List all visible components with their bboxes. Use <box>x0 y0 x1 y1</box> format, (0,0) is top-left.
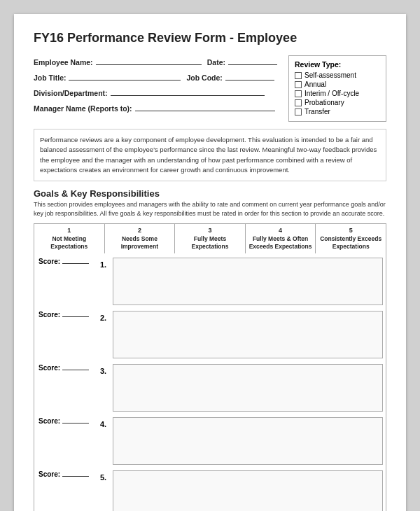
score-area-1: Score: <box>37 258 100 270</box>
rating-col-5: 5 Consistently ExceedsExpectations <box>316 224 386 253</box>
goal-row-2: Score: 2. <box>37 311 383 358</box>
goal-row-3: Score: 3. <box>37 364 383 412</box>
score-label-row-1: Score: <box>38 258 89 265</box>
review-type-title: Review Type: <box>295 60 380 69</box>
checkbox-annual[interactable] <box>295 81 302 88</box>
review-option-self-label: Self-assessment <box>304 71 356 79</box>
division-label: Division/Department: <box>34 89 108 97</box>
score-area-3: Score: <box>37 364 100 376</box>
page-container: FY16 Performance Review Form - Employee … <box>14 14 406 511</box>
review-option-annual-label: Annual <box>304 80 326 88</box>
checkbox-interim[interactable] <box>295 90 302 97</box>
review-option-transfer-label: Transfer <box>304 108 330 115</box>
goal-row-4: Score: 4. <box>37 417 383 465</box>
review-option-interim[interactable]: Interim / Off-cycle <box>295 90 380 97</box>
goals-section-title: Goals & Key Responsibilities <box>34 188 386 199</box>
description-text: Performance reviews are a key component … <box>40 136 377 174</box>
checkbox-transfer[interactable] <box>295 108 302 115</box>
score-label-4: Score: <box>38 417 60 425</box>
manager-input[interactable] <box>135 102 275 111</box>
score-label-5: Score: <box>38 470 60 478</box>
score-input-4[interactable] <box>62 423 89 424</box>
score-area-2: Score: <box>37 311 100 323</box>
score-label-row-4: Score: <box>38 417 89 425</box>
goal-textarea-2[interactable] <box>113 311 383 358</box>
goal-textarea-3[interactable] <box>113 364 383 412</box>
review-option-annual[interactable]: Annual <box>295 80 380 88</box>
date-label: Date: <box>207 58 225 66</box>
score-input-5[interactable] <box>62 476 89 477</box>
rating-col-2: 2 Needs SomeImprovement <box>105 224 176 253</box>
division-row: Division/Department: <box>34 86 277 97</box>
goal-number-2: 2. <box>100 314 110 322</box>
checkbox-self[interactable] <box>295 72 302 79</box>
score-input-3[interactable] <box>62 370 89 370</box>
manager-label: Manager Name (Reports to): <box>34 104 132 113</box>
goals-container: Score: 1. Score: 2. <box>34 253 386 511</box>
employee-name-row: Employee Name: Date: <box>34 55 277 66</box>
checkbox-probationary[interactable] <box>295 99 302 106</box>
rating-col-4: 4 Fully Meets & OftenExceeds Expectation… <box>246 224 316 253</box>
division-input[interactable] <box>111 86 265 96</box>
score-label-row-2: Score: <box>38 311 89 318</box>
score-label-2: Score: <box>38 311 60 318</box>
score-input-2[interactable] <box>62 316 89 317</box>
date-input[interactable] <box>228 55 277 65</box>
review-type-box: Review Type: Self-assessment Annual Inte… <box>288 55 386 122</box>
score-input-1[interactable] <box>62 263 89 264</box>
header-area: Employee Name: Date: Job Title: Job Code… <box>34 55 386 122</box>
review-option-interim-label: Interim / Off-cycle <box>304 90 359 97</box>
employee-name-input[interactable] <box>96 55 202 65</box>
score-label-3: Score: <box>38 364 60 372</box>
score-label-row-3: Score: <box>38 364 89 372</box>
review-option-probationary-label: Probationary <box>304 99 344 106</box>
goal-textarea-4[interactable] <box>113 417 383 465</box>
job-code-label: Job Code: <box>186 74 222 82</box>
goal-textarea-1[interactable] <box>113 258 383 305</box>
job-title-row: Job Title: Job Code: <box>34 71 277 82</box>
score-area-4: Score: <box>37 417 100 429</box>
rating-col-3: 3 Fully MeetsExpectations <box>175 224 246 253</box>
goals-section-subtitle: This section provides employees and mana… <box>34 200 386 218</box>
goal-number-1: 1. <box>100 260 110 269</box>
employee-name-label: Employee Name: <box>34 58 93 66</box>
goal-row-5: Score: 5. <box>37 470 383 511</box>
goal-number-5: 5. <box>100 473 110 482</box>
job-title-label: Job Title: <box>34 74 66 82</box>
rating-col-1: 1 Not MeetingExpectations <box>34 224 105 253</box>
review-option-transfer[interactable]: Transfer <box>295 108 380 115</box>
goal-textarea-5[interactable] <box>113 470 383 511</box>
goal-number-3: 3. <box>100 367 110 375</box>
goal-row-1: Score: 1. <box>37 258 383 305</box>
goals-section: Goals & Key Responsibilities This sectio… <box>34 188 386 511</box>
page-title: FY16 Performance Review Form - Employee <box>34 31 386 46</box>
goal-number-4: 4. <box>100 420 110 428</box>
fields-left: Employee Name: Date: Job Title: Job Code… <box>34 55 277 117</box>
manager-row: Manager Name (Reports to): <box>34 102 277 113</box>
score-area-5: Score: <box>37 470 100 482</box>
description-box: Performance reviews are a key component … <box>34 129 386 181</box>
job-title-input[interactable] <box>69 71 181 80</box>
score-label-1: Score: <box>38 258 60 265</box>
job-code-input[interactable] <box>225 71 274 80</box>
score-label-row-5: Score: <box>38 470 89 478</box>
review-option-probationary[interactable]: Probationary <box>295 99 380 106</box>
review-option-self[interactable]: Self-assessment <box>295 71 380 79</box>
rating-header: 1 Not MeetingExpectations 2 Needs SomeIm… <box>34 223 386 253</box>
